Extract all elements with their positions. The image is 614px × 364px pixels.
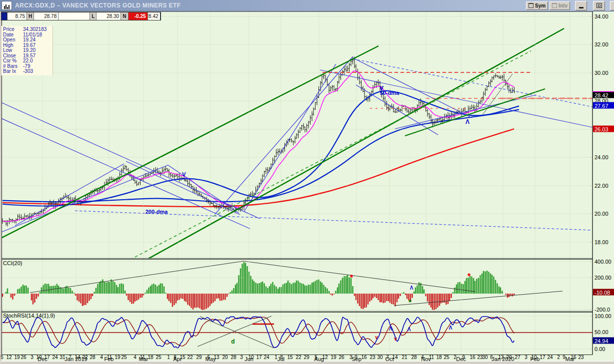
intv-button-label: Intv — [558, 3, 568, 8]
svg-text:50-dma: 50-dma — [380, 90, 400, 96]
data-panel-row: Low19.20 — [3, 48, 52, 53]
svg-text:22.00: 22.00 — [594, 183, 608, 189]
svg-text:16: 16 — [470, 355, 476, 360]
low-value[interactable]: 28.30 — [96, 12, 121, 20]
data-panel-row: Open19.24 — [3, 37, 52, 43]
svg-text:4: 4 — [134, 355, 136, 360]
svg-text:20.00: 20.00 — [594, 211, 608, 217]
svg-text:23: 23 — [370, 355, 376, 360]
svg-text:Λ: Λ — [449, 325, 452, 331]
svg-text:28: 28 — [411, 355, 417, 360]
svg-text:19: 19 — [114, 355, 120, 360]
data-panel-row: Price34.302183 — [3, 27, 52, 32]
svg-text:d: d — [231, 338, 234, 345]
svg-text:22: 22 — [296, 355, 302, 360]
minimize-button[interactable] — [575, 1, 587, 10]
close-value[interactable]: 28.42 — [148, 12, 160, 20]
svg-text:34.00: 34.00 — [594, 13, 608, 19]
svg-text:15: 15 — [287, 355, 293, 360]
svg-text:50.00: 50.00 — [594, 329, 608, 335]
svg-text:Λ: Λ — [408, 327, 411, 332]
svg-text:27: 27 — [514, 355, 520, 360]
sym-button-label: Sym — [535, 3, 546, 8]
svg-text:v: v — [394, 336, 397, 342]
svg-text:29: 29 — [304, 355, 310, 360]
svg-text:*: * — [468, 272, 471, 281]
svg-text:*: * — [408, 298, 412, 306]
svg-text:May: May — [206, 356, 216, 362]
svg-text:StochRSI(14,14(1),9): StochRSI(14,14(1),9) — [3, 313, 55, 319]
svg-text:24.94: 24.94 — [594, 338, 608, 344]
svg-text:24: 24 — [264, 355, 270, 360]
svg-text:Jun: Jun — [244, 356, 254, 362]
net-label: N — [121, 12, 128, 20]
svg-text:Mar: Mar — [566, 356, 575, 362]
svg-text:19: 19 — [14, 355, 20, 360]
svg-text:22: 22 — [187, 355, 193, 360]
svg-text:28: 28 — [90, 355, 96, 360]
svg-text:29: 29 — [196, 355, 202, 360]
high-value[interactable]: 28.78 — [34, 12, 58, 20]
svg-text:Feb: Feb — [530, 356, 540, 362]
title-bar: ARCX:GDX,D – VANECK VECTORS GOLD MINERS … — [0, 0, 614, 11]
svg-text:28.42: 28.42 — [594, 92, 608, 98]
svg-text:25: 25 — [121, 355, 127, 360]
svg-text:16: 16 — [361, 355, 367, 360]
sym-button[interactable]: Sym — [526, 1, 548, 10]
svg-text:17: 17 — [540, 355, 546, 360]
svg-text:200.00: 200.00 — [594, 275, 612, 281]
svg-text:18: 18 — [148, 355, 154, 360]
svg-text:4: 4 — [100, 355, 103, 360]
svg-text:5: 5 — [0, 355, 4, 360]
svg-text:Jan 2019: Jan 2019 — [64, 356, 87, 362]
window-mini-icon — [528, 3, 534, 8]
svg-text:Feb: Feb — [104, 356, 114, 362]
window-mini-icon — [552, 3, 557, 8]
svg-text:18.00: 18.00 — [594, 239, 608, 245]
svg-text:27.67: 27.67 — [594, 103, 608, 109]
svg-text:30.00: 30.00 — [594, 70, 608, 76]
high-label: H — [27, 12, 34, 20]
svg-text:CCI(20): CCI(20) — [3, 260, 22, 266]
svg-text:Oct: Oct — [385, 356, 394, 362]
maximize-icon — [596, 3, 602, 8]
svg-text:17: 17 — [256, 355, 262, 360]
svg-text:Λ: Λ — [389, 326, 392, 332]
svg-text:30: 30 — [377, 355, 383, 360]
maximize-button[interactable] — [593, 1, 605, 10]
svg-text:Mar: Mar — [139, 356, 148, 362]
svg-text:3: 3 — [30, 355, 34, 360]
svg-text:2: 2 — [557, 355, 560, 360]
empty-field[interactable] — [58, 12, 90, 20]
svg-text:100.00: 100.00 — [594, 313, 612, 319]
svg-text:v: v — [375, 335, 378, 340]
minimize-icon — [579, 7, 584, 8]
window-title: ARCX:GDX,D – VANECK VECTORS GOLD MINERS … — [15, 2, 180, 9]
net-change-value[interactable]: -0.25 — [128, 12, 148, 20]
svg-text:Sep: Sep — [352, 356, 362, 362]
chart-canvas[interactable]: VVΛ50-dma200-dma***ΛdvvΛΛΛCCI(20)StochRS… — [0, 0, 614, 364]
app-window: VVΛ50-dma200-dma***ΛdvvΛΛΛCCI(20)StochRS… — [0, 0, 614, 364]
svg-text:Jan 2020: Jan 2020 — [492, 356, 514, 362]
svg-text:Jul: Jul — [278, 356, 284, 362]
svg-text:12: 12 — [6, 355, 12, 360]
svg-text:Nov: Nov — [421, 356, 431, 362]
svg-text:Λ: Λ — [466, 118, 470, 125]
svg-text:26: 26 — [338, 355, 344, 360]
svg-text:400.00: 400.00 — [594, 259, 612, 265]
svg-text:Λ: Λ — [410, 285, 414, 291]
svg-text:23: 23 — [578, 355, 584, 360]
svg-text:-10.08: -10.08 — [594, 290, 610, 296]
svg-text:18: 18 — [436, 355, 442, 360]
intv-button[interactable]: Intv — [550, 1, 570, 10]
svg-text:0.00: 0.00 — [594, 346, 605, 352]
svg-text:24.00: 24.00 — [594, 154, 608, 160]
open-value[interactable]: 8.75 — [8, 12, 27, 20]
svg-text:3: 3 — [524, 355, 528, 360]
svg-text:24: 24 — [52, 355, 58, 360]
close-button-partial[interactable] — [610, 1, 614, 10]
svg-text:26.03: 26.03 — [594, 126, 608, 132]
svg-text:200-dma: 200-dma — [146, 209, 168, 215]
app-icon — [2, 1, 12, 10]
svg-text:19: 19 — [330, 355, 336, 360]
